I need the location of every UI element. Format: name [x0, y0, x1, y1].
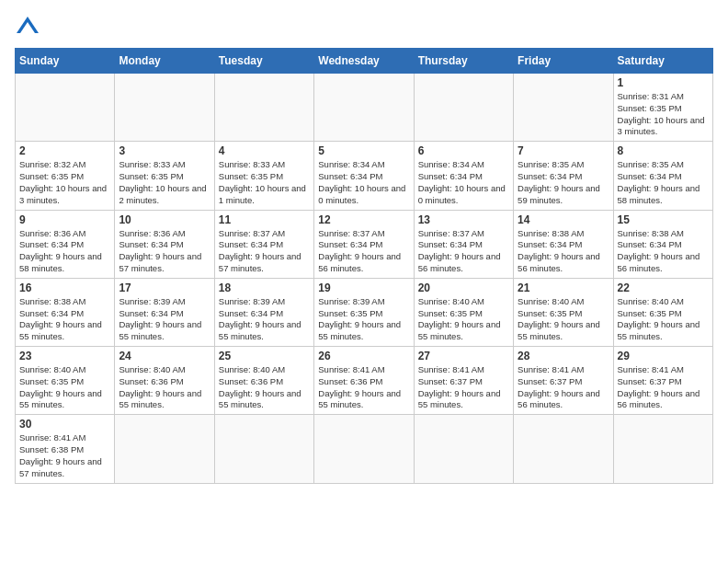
calendar-day-cell: 9Sunrise: 8:36 AM Sunset: 6:34 PM Daylig… [16, 210, 115, 278]
calendar-day-cell: 28Sunrise: 8:41 AM Sunset: 6:37 PM Dayli… [514, 347, 613, 415]
calendar-day-cell [414, 74, 513, 142]
day-info: Sunrise: 8:41 AM Sunset: 6:37 PM Dayligh… [518, 364, 609, 411]
day-number: 8 [618, 144, 709, 157]
day-info: Sunrise: 8:39 AM Sunset: 6:34 PM Dayligh… [119, 296, 210, 343]
calendar-day-cell: 7Sunrise: 8:35 AM Sunset: 6:34 PM Daylig… [514, 142, 613, 210]
day-number: 26 [318, 350, 409, 362]
calendar-week-row: 16Sunrise: 8:38 AM Sunset: 6:34 PM Dayli… [16, 278, 713, 346]
day-info: Sunrise: 8:31 AM Sunset: 6:35 PM Dayligh… [618, 91, 709, 138]
calendar-day-cell: 23Sunrise: 8:40 AM Sunset: 6:35 PM Dayli… [16, 347, 115, 415]
calendar-day-cell: 10Sunrise: 8:36 AM Sunset: 6:34 PM Dayli… [115, 210, 214, 278]
day-of-week-header: Friday [514, 49, 613, 74]
day-info: Sunrise: 8:36 AM Sunset: 6:34 PM Dayligh… [119, 228, 210, 275]
day-info: Sunrise: 8:40 AM Sunset: 6:35 PM Dayligh… [518, 296, 609, 343]
calendar-day-cell: 16Sunrise: 8:38 AM Sunset: 6:34 PM Dayli… [16, 278, 115, 346]
calendar-day-cell [115, 74, 214, 142]
day-info: Sunrise: 8:32 AM Sunset: 6:35 PM Dayligh… [19, 159, 110, 206]
calendar-day-cell: 18Sunrise: 8:39 AM Sunset: 6:34 PM Dayli… [214, 278, 313, 346]
day-of-week-header: Thursday [414, 49, 513, 74]
day-number: 13 [418, 213, 509, 226]
calendar-body: 1Sunrise: 8:31 AM Sunset: 6:35 PM Daylig… [16, 74, 713, 484]
calendar-day-cell: 17Sunrise: 8:39 AM Sunset: 6:34 PM Dayli… [115, 278, 214, 346]
calendar-day-cell: 25Sunrise: 8:40 AM Sunset: 6:36 PM Dayli… [214, 347, 313, 415]
calendar-header-row: SundayMondayTuesdayWednesdayThursdayFrid… [16, 49, 713, 74]
day-info: Sunrise: 8:36 AM Sunset: 6:34 PM Dayligh… [19, 228, 110, 275]
calendar-day-cell: 21Sunrise: 8:40 AM Sunset: 6:35 PM Dayli… [514, 278, 613, 346]
calendar-day-cell [613, 415, 712, 483]
calendar-day-cell: 3Sunrise: 8:33 AM Sunset: 6:35 PM Daylig… [115, 142, 214, 210]
day-number: 14 [518, 213, 609, 226]
day-of-week-header: Tuesday [214, 49, 313, 74]
day-number: 2 [19, 144, 110, 157]
day-number: 1 [618, 76, 709, 89]
calendar-week-row: 2Sunrise: 8:32 AM Sunset: 6:35 PM Daylig… [16, 142, 713, 210]
logo [15, 15, 46, 40]
day-number: 29 [618, 350, 709, 362]
day-number: 11 [219, 213, 310, 226]
day-info: Sunrise: 8:33 AM Sunset: 6:35 PM Dayligh… [219, 159, 310, 206]
calendar-day-cell: 11Sunrise: 8:37 AM Sunset: 6:34 PM Dayli… [214, 210, 313, 278]
calendar-day-cell: 20Sunrise: 8:40 AM Sunset: 6:35 PM Dayli… [414, 278, 513, 346]
day-number: 18 [219, 282, 310, 294]
day-info: Sunrise: 8:41 AM Sunset: 6:37 PM Dayligh… [418, 364, 509, 411]
day-number: 12 [318, 213, 409, 226]
day-info: Sunrise: 8:35 AM Sunset: 6:34 PM Dayligh… [618, 159, 709, 206]
day-info: Sunrise: 8:41 AM Sunset: 6:37 PM Dayligh… [618, 364, 709, 411]
calendar-day-cell: 19Sunrise: 8:39 AM Sunset: 6:35 PM Dayli… [314, 278, 414, 346]
calendar-day-cell [414, 415, 513, 483]
day-of-week-header: Wednesday [314, 49, 414, 74]
day-number: 28 [518, 350, 609, 362]
day-info: Sunrise: 8:37 AM Sunset: 6:34 PM Dayligh… [418, 228, 509, 275]
day-info: Sunrise: 8:41 AM Sunset: 6:38 PM Dayligh… [19, 432, 110, 479]
day-number: 23 [19, 350, 110, 362]
day-number: 22 [618, 282, 709, 294]
calendar-day-cell: 6Sunrise: 8:34 AM Sunset: 6:34 PM Daylig… [414, 142, 513, 210]
day-number: 30 [19, 418, 110, 431]
calendar-day-cell: 24Sunrise: 8:40 AM Sunset: 6:36 PM Dayli… [115, 347, 214, 415]
calendar-table: SundayMondayTuesdayWednesdayThursdayFrid… [15, 48, 713, 484]
calendar-day-cell: 8Sunrise: 8:35 AM Sunset: 6:34 PM Daylig… [613, 142, 712, 210]
day-number: 21 [518, 282, 609, 294]
day-number: 16 [19, 282, 110, 294]
day-info: Sunrise: 8:41 AM Sunset: 6:36 PM Dayligh… [318, 364, 409, 411]
calendar-day-cell [514, 415, 613, 483]
calendar-week-row: 30Sunrise: 8:41 AM Sunset: 6:38 PM Dayli… [16, 415, 713, 483]
calendar-day-cell: 27Sunrise: 8:41 AM Sunset: 6:37 PM Dayli… [414, 347, 513, 415]
calendar-day-cell [514, 74, 613, 142]
day-info: Sunrise: 8:40 AM Sunset: 6:35 PM Dayligh… [418, 296, 509, 343]
calendar-day-cell: 12Sunrise: 8:37 AM Sunset: 6:34 PM Dayli… [314, 210, 414, 278]
day-info: Sunrise: 8:40 AM Sunset: 6:35 PM Dayligh… [19, 364, 110, 411]
day-info: Sunrise: 8:33 AM Sunset: 6:35 PM Dayligh… [119, 159, 210, 206]
day-info: Sunrise: 8:40 AM Sunset: 6:36 PM Dayligh… [219, 364, 310, 411]
day-info: Sunrise: 8:37 AM Sunset: 6:34 PM Dayligh… [219, 228, 310, 275]
day-info: Sunrise: 8:39 AM Sunset: 6:35 PM Dayligh… [318, 296, 409, 343]
day-info: Sunrise: 8:34 AM Sunset: 6:34 PM Dayligh… [418, 159, 509, 206]
calendar-day-cell: 5Sunrise: 8:34 AM Sunset: 6:34 PM Daylig… [314, 142, 414, 210]
calendar-day-cell: 14Sunrise: 8:38 AM Sunset: 6:34 PM Dayli… [514, 210, 613, 278]
day-number: 20 [418, 282, 509, 294]
calendar-day-cell [115, 415, 214, 483]
day-of-week-header: Sunday [16, 49, 115, 74]
calendar-week-row: 9Sunrise: 8:36 AM Sunset: 6:34 PM Daylig… [16, 210, 713, 278]
day-number: 19 [318, 282, 409, 294]
calendar-day-cell [16, 74, 115, 142]
calendar-day-cell: 29Sunrise: 8:41 AM Sunset: 6:37 PM Dayli… [613, 347, 712, 415]
day-info: Sunrise: 8:39 AM Sunset: 6:34 PM Dayligh… [219, 296, 310, 343]
day-of-week-header: Monday [115, 49, 214, 74]
day-number: 25 [219, 350, 310, 362]
day-number: 9 [19, 213, 110, 226]
calendar-day-cell [314, 415, 414, 483]
page-header [15, 15, 713, 40]
calendar-day-cell: 22Sunrise: 8:40 AM Sunset: 6:35 PM Dayli… [613, 278, 712, 346]
logo-icon [15, 15, 40, 40]
calendar-day-cell: 30Sunrise: 8:41 AM Sunset: 6:38 PM Dayli… [16, 415, 115, 483]
calendar-day-cell [214, 415, 313, 483]
day-number: 17 [119, 282, 210, 294]
day-number: 6 [418, 144, 509, 157]
day-number: 27 [418, 350, 509, 362]
day-number: 5 [318, 144, 409, 157]
day-info: Sunrise: 8:40 AM Sunset: 6:36 PM Dayligh… [119, 364, 210, 411]
calendar-day-cell: 26Sunrise: 8:41 AM Sunset: 6:36 PM Dayli… [314, 347, 414, 415]
calendar-day-cell: 2Sunrise: 8:32 AM Sunset: 6:35 PM Daylig… [16, 142, 115, 210]
day-number: 7 [518, 144, 609, 157]
